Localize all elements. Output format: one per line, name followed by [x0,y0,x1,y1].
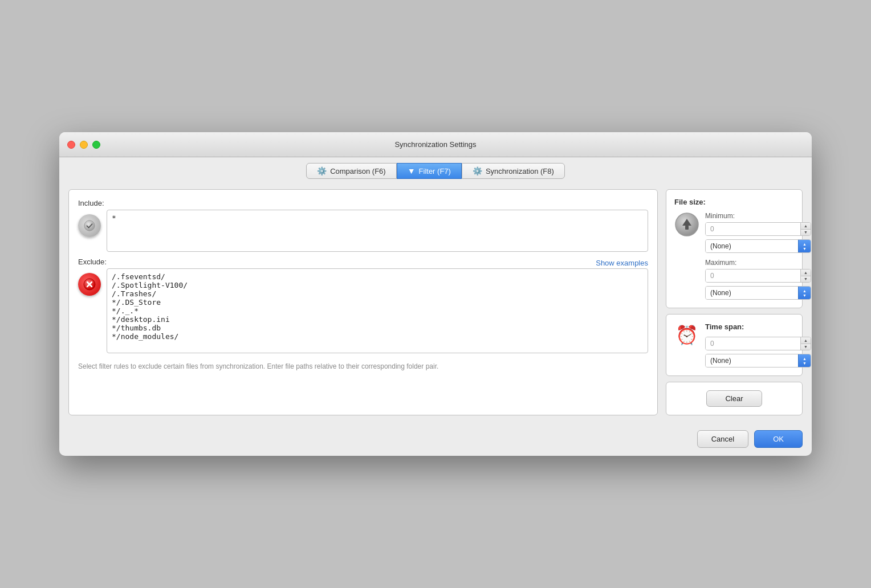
right-panel: File size: [666,189,803,415]
include-check-button[interactable] [78,214,101,237]
cancel-button[interactable]: Cancel [697,430,748,448]
up-arrow-icon2: ▲ [803,289,807,293]
sync-icon: ⚙️ [473,166,482,175]
timespan-unit-select-group: (None) Seconds Minutes Hours Days ▲ ▼ [705,354,811,368]
exclude-header: Exclude: Show examples [78,258,648,268]
tab-synchronization-label: Synchronization (F8) [486,167,554,175]
time-span-icon: ⏰ [674,322,699,348]
comparison-icon: ⚙️ [317,166,327,175]
ok-button[interactable]: OK [754,430,803,448]
tab-filter[interactable]: ▼ Filter (F7) [397,163,462,179]
traffic-lights [67,141,100,149]
clear-section: Clear [666,382,803,415]
timespan-increment-button[interactable]: ▲ [801,337,811,344]
left-panel: Include: [68,189,658,415]
timespan-input-group: ▲ ▼ [705,337,811,350]
minimum-unit-arrow-button[interactable]: ▲ ▼ [798,240,811,252]
include-section: Include: [78,199,648,252]
minimum-label: Minimum: [705,212,811,220]
timespan-unit-arrow-button[interactable]: ▲ ▼ [798,354,811,367]
minimum-decrement-button[interactable]: ▼ [801,230,811,236]
bottom-bar: Cancel OK [59,424,812,456]
maximum-unit-select[interactable]: (None) Bytes KB MB GB [706,287,798,299]
maximum-unit-arrow-button[interactable]: ▲ ▼ [798,287,811,299]
minimum-value-input[interactable] [706,223,800,235]
maximum-input-group: ▲ ▼ [705,269,811,283]
svg-point-0 [84,220,95,231]
exclude-label: Exclude: [78,258,107,266]
title-bar: Synchronization Settings [59,132,812,157]
minimum-spinners: ▲ ▼ [800,223,811,235]
tab-filter-label: Filter (F7) [419,167,451,175]
show-examples-link[interactable]: Show examples [596,259,648,267]
minimum-increment-button[interactable]: ▲ [801,223,811,230]
time-span-section: ⏰ Time span: ▲ ▼ (None) [666,314,803,376]
maximum-decrement-button[interactable]: ▼ [801,276,811,283]
include-textarea[interactable]: * [107,210,648,252]
maximum-value-input[interactable] [706,270,800,282]
exclude-section: Exclude: Show examples [78,258,648,353]
time-span-fields: Time span: ▲ ▼ (None) Seconds [705,322,811,368]
file-size-icon-area: Minimum: ▲ ▼ (None) Bytes [674,212,794,300]
clear-button[interactable]: Clear [706,390,762,407]
maximum-increment-button[interactable]: ▲ [801,270,811,276]
file-size-icon [674,212,699,239]
up-arrow-icon3: ▲ [803,357,807,361]
exclude-textarea[interactable]: /.fseventsd/ /.Spotlight-V100/ /.Trashes… [107,268,648,353]
minimum-unit-select-group: (None) Bytes KB MB GB ▲ ▼ [705,239,811,253]
timespan-unit-select[interactable]: (None) Seconds Minutes Hours Days [706,354,798,367]
timespan-value-input[interactable] [706,337,800,350]
filter-icon: ▼ [408,166,416,175]
down-arrow-icon2: ▼ [803,293,807,297]
tab-comparison[interactable]: ⚙️ Comparison (F6) [306,163,397,179]
down-arrow-icon: ▼ [803,247,807,251]
cross-icon [83,277,96,291]
exclude-input-row: /.fseventsd/ /.Spotlight-V100/ /.Trashes… [78,268,648,353]
up-arrow-icon: ▲ [803,242,807,246]
tab-bar: ⚙️ Comparison (F6) ▼ Filter (F7) ⚙️ Sync… [59,157,812,183]
main-window: Synchronization Settings ⚙️ Comparison (… [59,132,812,456]
file-size-fields: Minimum: ▲ ▼ (None) Bytes [705,212,811,300]
minimize-button[interactable] [80,141,88,149]
down-arrow-icon3: ▼ [803,361,807,365]
main-content: Include: [59,183,812,424]
check-icon [83,219,96,232]
minimum-unit-select[interactable]: (None) Bytes KB MB GB [706,240,798,252]
tab-synchronization[interactable]: ⚙️ Synchronization (F8) [462,163,565,179]
hint-text: Select filter rules to exclude certain f… [78,361,648,371]
svg-rect-4 [685,226,689,230]
minimum-input-group: ▲ ▼ [705,222,811,236]
maximum-spinners: ▲ ▼ [800,270,811,282]
upload-icon [674,212,699,237]
file-size-title: File size: [674,198,794,206]
close-button[interactable] [67,141,75,149]
window-title: Synchronization Settings [394,140,476,149]
timespan-decrement-button[interactable]: ▼ [801,344,811,350]
time-span-icon-area: ⏰ Time span: ▲ ▼ (None) [674,322,794,368]
maximum-label: Maximum: [705,259,811,267]
file-size-section: File size: [666,189,803,308]
time-span-title: Time span: [705,322,811,331]
maximum-unit-select-group: (None) Bytes KB MB GB ▲ ▼ [705,286,811,300]
timespan-spinners: ▲ ▼ [800,337,811,350]
include-label: Include: [78,199,648,207]
tab-comparison-label: Comparison (F6) [330,167,386,175]
include-input-row: * [78,210,648,252]
exclude-cross-button[interactable] [78,273,101,296]
maximize-button[interactable] [92,141,100,149]
